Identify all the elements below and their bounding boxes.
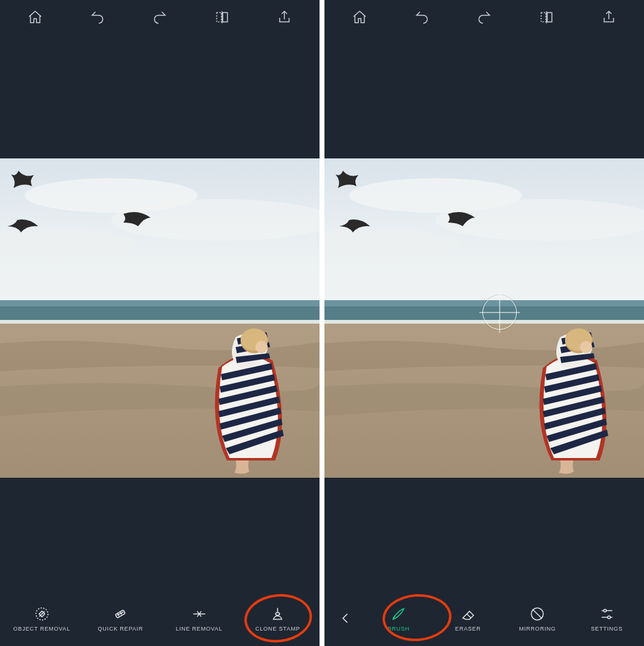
screen-left: OBJECT REMOVAL QUICK REPAIR LINE REMOVAL…: [0, 0, 320, 646]
tool-label: SETTINGS: [591, 626, 622, 632]
beach-scene: [324, 158, 644, 478]
topbar-right: [324, 0, 644, 35]
screens-gap: [320, 0, 324, 646]
tool-label: BRUSH: [387, 626, 410, 632]
svg-rect-0: [217, 12, 221, 22]
svg-rect-1: [223, 12, 228, 22]
compare-icon[interactable]: [208, 4, 236, 31]
svg-point-41: [608, 616, 610, 618]
tool-label: QUICK REPAIR: [98, 626, 143, 632]
back-button[interactable]: [327, 611, 364, 626]
svg-point-39: [603, 609, 606, 611]
svg-point-21: [276, 613, 280, 615]
svg-point-13: [255, 341, 268, 353]
redo-icon[interactable]: [471, 4, 498, 31]
share-icon[interactable]: [595, 4, 622, 31]
svg-rect-9: [0, 320, 320, 324]
tool-settings[interactable]: SETTINGS: [572, 603, 642, 633]
tool-quick-repair[interactable]: QUICK REPAIR: [81, 603, 160, 633]
tool-mirroring[interactable]: MIRRORING: [503, 603, 572, 633]
tool-label: OBJECT REMOVAL: [14, 626, 70, 632]
svg-rect-22: [541, 12, 546, 22]
tool-clone-stamp[interactable]: CLONE STAMP: [239, 603, 318, 633]
svg-line-19: [120, 612, 122, 615]
share-icon[interactable]: [271, 4, 298, 31]
bottombar-right: BRUSH ERASER MIRRORING SETTINGS: [324, 594, 644, 646]
topbar-left: [0, 0, 320, 35]
redo-icon[interactable]: [146, 4, 173, 31]
tool-label: CLONE STAMP: [255, 626, 300, 632]
compare-icon[interactable]: [533, 4, 560, 31]
bottombar-left: OBJECT REMOVAL QUICK REPAIR LINE REMOVAL…: [0, 594, 320, 646]
svg-line-37: [533, 609, 542, 618]
undo-icon[interactable]: [84, 4, 111, 31]
screen-right: BRUSH ERASER MIRRORING SETTINGS: [324, 0, 644, 646]
svg-line-18: [118, 613, 119, 616]
home-icon[interactable]: [346, 4, 373, 31]
undo-icon[interactable]: [408, 4, 436, 31]
svg-point-35: [580, 341, 592, 353]
tool-label: LINE REMOVAL: [176, 626, 222, 632]
tool-brush[interactable]: BRUSH: [364, 603, 434, 633]
beach-scene: [0, 158, 320, 478]
tool-object-removal[interactable]: OBJECT REMOVAL: [2, 603, 81, 633]
tool-label: ERASER: [455, 626, 481, 632]
tool-eraser[interactable]: ERASER: [434, 603, 503, 633]
svg-rect-23: [547, 12, 552, 22]
home-icon[interactable]: [22, 4, 49, 31]
photo-canvas-left[interactable]: [0, 158, 320, 478]
tool-label: MIRRORING: [519, 626, 556, 632]
tool-line-removal[interactable]: LINE REMOVAL: [160, 603, 239, 633]
svg-rect-8: [0, 300, 320, 306]
svg-rect-30: [324, 300, 644, 306]
svg-rect-31: [324, 320, 644, 324]
photo-canvas-right[interactable]: [324, 158, 644, 478]
